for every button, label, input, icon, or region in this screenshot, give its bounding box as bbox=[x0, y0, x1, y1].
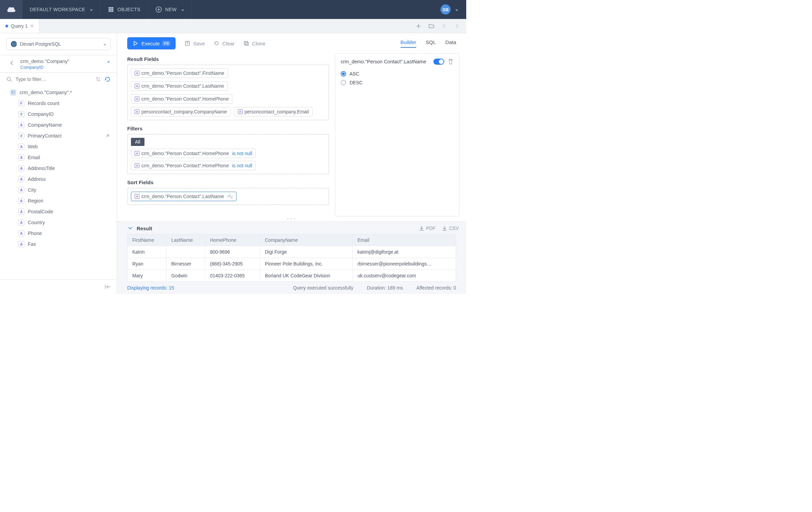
tree-column[interactable]: AEmail bbox=[0, 152, 117, 163]
filter-chip[interactable]: Acrm_demo."Person Contact".HomePhoneis n… bbox=[131, 161, 256, 170]
sort-icon[interactable] bbox=[95, 76, 101, 82]
radio-on-icon bbox=[341, 71, 346, 77]
type-icon: # bbox=[18, 133, 24, 139]
tab-sql[interactable]: SQL bbox=[426, 39, 436, 48]
tree-column[interactable]: AAddress bbox=[0, 174, 117, 185]
filters-dropzone[interactable]: All Acrm_demo."Person Contact".HomePhone… bbox=[127, 134, 329, 174]
column-header[interactable]: FirstName bbox=[128, 234, 166, 246]
svg-rect-0 bbox=[109, 7, 110, 8]
result-fields-dropzone[interactable]: Acrm_demo."Person Contact".FirstNameAcrm… bbox=[127, 65, 329, 120]
close-icon[interactable]: × bbox=[30, 23, 33, 29]
column-header[interactable]: Email bbox=[353, 234, 456, 246]
refresh-icon[interactable] bbox=[105, 76, 111, 82]
table-row[interactable]: RyanBirnesser(888)-345-2905Pioneer Pole … bbox=[128, 258, 456, 270]
column-header[interactable]: LastName bbox=[166, 234, 205, 246]
unsaved-dot-icon bbox=[5, 25, 8, 27]
tree-column[interactable]: ACity bbox=[0, 185, 117, 195]
table-icon bbox=[10, 89, 16, 95]
export-csv-button[interactable]: CSV bbox=[442, 225, 459, 231]
field-chip[interactable]: Apersoncontact_company.Email bbox=[234, 107, 313, 116]
external-link-icon[interactable] bbox=[105, 133, 111, 139]
panel-splitter[interactable]: • • • bbox=[117, 216, 466, 221]
tree-column[interactable]: AAddressTitle bbox=[0, 163, 117, 174]
table-row[interactable]: Katrin800-9696Digi Forgekatrinj@digiforg… bbox=[128, 246, 456, 258]
prev-tab-icon[interactable] bbox=[441, 23, 447, 29]
tree-column[interactable]: FRecords count bbox=[0, 98, 117, 109]
sort-az-icon: ↓AZ bbox=[226, 194, 233, 199]
type-icon: A bbox=[238, 109, 243, 114]
svg-rect-3 bbox=[109, 9, 110, 10]
field-chip[interactable]: Acrm_demo."Person Contact".HomePhone bbox=[131, 94, 232, 104]
export-pdf-button[interactable]: PDF bbox=[419, 225, 435, 231]
chevron-down-icon bbox=[180, 7, 184, 12]
tree-column[interactable]: ACountry bbox=[0, 217, 117, 228]
tree-column[interactable]: #PrimaryContact bbox=[0, 130, 117, 141]
sort-chip[interactable]: Acrm_demo."Person Contact".LastName↓AZ bbox=[131, 192, 236, 201]
workspace-selector[interactable]: DEFAULT WORKSPACE bbox=[22, 0, 100, 19]
type-icon: A bbox=[18, 230, 24, 236]
tree-column[interactable]: #CompanyID bbox=[0, 109, 117, 120]
tab-query-1[interactable]: Query 1 × bbox=[0, 19, 39, 33]
avatar: SB bbox=[441, 4, 451, 15]
result-fields-title: Result Fields bbox=[127, 56, 329, 62]
folder-open-icon[interactable] bbox=[428, 23, 434, 29]
svg-rect-8 bbox=[112, 10, 113, 12]
user-menu[interactable]: SB bbox=[441, 4, 466, 15]
svg-rect-1 bbox=[110, 7, 112, 8]
connection-selector[interactable]: Devart PostgreSQL bbox=[6, 38, 111, 50]
chevron-down-icon[interactable] bbox=[106, 59, 110, 64]
table-row[interactable]: MaryGodwin01403-222-0365Borland UK CodeG… bbox=[128, 270, 456, 282]
affected: Affected records: 0 bbox=[416, 285, 456, 291]
exec-status: Query executed successfully bbox=[293, 285, 353, 291]
svg-rect-5 bbox=[112, 9, 113, 10]
query-toolbar: Execute F9 Save Clear Clone Builder SQL … bbox=[117, 33, 466, 54]
column-header[interactable]: HomePhone bbox=[205, 234, 260, 246]
tree-column[interactable]: AWeb bbox=[0, 141, 117, 152]
type-icon: A bbox=[18, 219, 24, 226]
next-tab-icon[interactable] bbox=[454, 23, 460, 29]
tree-column[interactable]: ACompanyName bbox=[0, 120, 117, 130]
nav-objects[interactable]: OBJECTS bbox=[100, 0, 148, 19]
tree-column[interactable]: ARegion bbox=[0, 195, 117, 206]
type-icon: A bbox=[18, 122, 24, 128]
type-icon: A bbox=[18, 176, 24, 182]
clone-button[interactable]: Clone bbox=[243, 40, 265, 46]
field-chip[interactable]: Apersoncontact_company.CompanyName bbox=[131, 107, 231, 116]
sort-desc-radio[interactable]: DESC bbox=[341, 78, 454, 87]
tab-data[interactable]: Data bbox=[445, 39, 456, 48]
filter-input[interactable] bbox=[16, 77, 92, 82]
new-tab-icon[interactable] bbox=[415, 23, 422, 29]
svg-rect-12 bbox=[12, 91, 15, 94]
type-icon: A bbox=[18, 241, 24, 247]
field-chip[interactable]: Acrm_demo."Person Contact".FirstName bbox=[131, 68, 228, 78]
execute-button[interactable]: Execute F9 bbox=[127, 37, 176, 49]
column-header[interactable]: CompanyName bbox=[260, 234, 353, 246]
sort-fields-dropzone[interactable]: Acrm_demo."Person Contact".LastName↓AZ bbox=[127, 188, 329, 205]
chevron-down-icon[interactable] bbox=[127, 225, 133, 231]
nav-new[interactable]: NEW bbox=[148, 0, 192, 19]
filters-title: Filters bbox=[127, 126, 329, 131]
breadcrumb[interactable]: crm_demo."Company" CompanyID bbox=[0, 55, 117, 73]
tree-column[interactable]: APhone bbox=[0, 228, 117, 239]
breadcrumb-sub: CompanyID bbox=[20, 65, 69, 70]
app-logo[interactable] bbox=[0, 0, 22, 19]
sort-asc-radio[interactable]: ASC bbox=[341, 69, 454, 78]
collapse-panel-icon[interactable] bbox=[105, 284, 111, 290]
filter-mode-all[interactable]: All bbox=[131, 138, 144, 146]
field-chip[interactable]: Acrm_demo."Person Contact".LastName bbox=[131, 81, 228, 91]
tab-builder[interactable]: Builder bbox=[401, 39, 416, 48]
tab-label: Query 1 bbox=[11, 23, 28, 29]
top-bar: DEFAULT WORKSPACE OBJECTS NEW SB bbox=[0, 0, 466, 19]
field-enabled-toggle[interactable] bbox=[433, 59, 444, 65]
tree-column[interactable]: APostalCode bbox=[0, 206, 117, 217]
svg-rect-7 bbox=[110, 10, 112, 12]
trash-icon[interactable] bbox=[448, 59, 454, 65]
tree-root[interactable]: crm_demo."Company".* bbox=[0, 87, 117, 98]
clear-button[interactable]: Clear bbox=[213, 40, 234, 46]
back-icon[interactable] bbox=[9, 60, 15, 66]
save-button[interactable]: Save bbox=[184, 40, 205, 46]
type-icon: A bbox=[18, 187, 24, 193]
tree-column[interactable]: AFax bbox=[0, 239, 117, 250]
filter-chip[interactable]: Acrm_demo."Person Contact".HomePhoneis n… bbox=[131, 149, 256, 158]
download-icon bbox=[442, 225, 448, 231]
